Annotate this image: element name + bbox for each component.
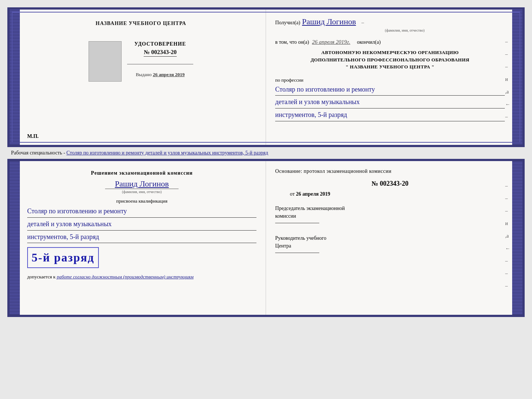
number-prefix-bottom: № <box>371 180 378 187</box>
dopuskaetsya-italic: работе согласно должностным (производств… <box>57 274 193 279</box>
ot-date-line: от 26 апреля 2019 <box>290 191 505 197</box>
po-professii: по профессии <box>275 77 505 83</box>
issued-prefix: Выдано <box>136 72 151 77</box>
predsedatel-signature <box>275 223 319 223</box>
qual-line2: деталей и узлов музыкальных <box>27 219 256 231</box>
dopuskaetsya-line: допускается к работе согласно должностны… <box>27 274 256 280</box>
bottom-certificate: Решением экзаменационной комиссии Рашид … <box>7 159 525 317</box>
between-text-underline: Столяр по изготовлению и ремонту деталей… <box>66 150 268 156</box>
dopuskaetsya-prefix: допускается к <box>27 274 55 279</box>
rukovoditel-text: Руководитель учебного Центра <box>275 234 505 253</box>
cert-doc-area: УДОСТОВЕРЕНИЕ № 002343-20 Выдано 26 апре… <box>89 41 193 82</box>
top-certificate: НАЗВАНИЕ УЧЕБНОГО ЦЕНТРА УДОСТОВЕРЕНИЕ №… <box>7 7 525 147</box>
binding-left-bottom <box>10 161 20 315</box>
okoncil-text: окончил(а) <box>357 39 381 45</box>
org-line2: ДОПОЛНИТЕЛЬНОГО ПРОФЕССИОНАЛЬНОГО ОБРАЗО… <box>275 56 505 64</box>
name-subtitle-bottom: (фамилия, имя, отчество) <box>122 190 162 194</box>
rukovoditel-line2: Центра <box>275 242 505 250</box>
highlight-box: 5-й разряд <box>27 247 99 268</box>
prof-line2-top: деталей и узлов музыкальных <box>275 97 505 108</box>
received-prefix: Получил(а) <box>275 20 300 26</box>
rukovoditel-signature <box>275 253 319 253</box>
qual-line1: Столяр по изготовлению и ремонту <box>27 206 256 218</box>
cert-left-panel: НАЗВАНИЕ УЧЕБНОГО ЦЕНТРА УДОСТОВЕРЕНИЕ №… <box>20 10 266 145</box>
ot-date-value: 26 апреля 2019 <box>296 191 330 197</box>
page-wrapper: НАЗВАНИЕ УЧЕБНОГО ЦЕНТРА УДОСТОВЕРЕНИЕ №… <box>7 7 525 317</box>
mp-label: М.П. <box>27 133 39 139</box>
cert-number-value: 002343-20 <box>151 49 176 55</box>
issued-date: 26 апреля 2019 <box>153 72 185 77</box>
number-prefix: № <box>144 49 150 55</box>
udostoverenie-label: УДОСТОВЕРЕНИЕ <box>134 41 186 47</box>
prof-line3-top: инструментов, 5-й разряд <box>275 110 505 121</box>
qual-line3: инструментов, 5-й разряд <box>27 232 256 243</box>
photo-placeholder <box>89 41 122 82</box>
right-dashes-bottom: – – – и ,а ← – – – <box>505 183 510 289</box>
profession-block-bottom: Столяр по изготовлению и ремонту деталей… <box>27 206 256 243</box>
org-block-top: АВТОНОМНУЮ НЕКОММЕРЧЕСКУЮ ОРГАНИЗАЦИЮ ДО… <box>275 49 505 71</box>
recipient-block-bottom: Рашид Логинов (фамилия, имя, отчество) <box>27 179 256 194</box>
big-blue-text: 5-й разряд <box>32 251 94 264</box>
binding-right-top <box>512 10 522 145</box>
org-name-quoted: " НАЗВАНИЕ УЧЕБНОГО ЦЕНТРА " <box>275 63 505 71</box>
in-that-prefix: в том, что он(а) <box>275 39 309 45</box>
cert-number: № 002343-20 <box>144 49 176 57</box>
org-line1: АВТОНОМНУЮ НЕКОММЕРЧЕСКУЮ ОРГАНИЗАЦИЮ <box>275 49 505 56</box>
osnovaniye-text: Основание: протокол экзаменационной коми… <box>275 168 505 174</box>
issued-line: Выдано 26 апреля 2019 <box>136 72 184 78</box>
recipient-name-bottom: Рашид Логинов <box>115 179 169 189</box>
binding-left <box>10 10 20 145</box>
in-that-line: в том, что он(а) 26 апреля 2019г. окончи… <box>275 39 505 45</box>
name-subtitle-top: (фамилия, имя, отчество) <box>305 28 505 32</box>
between-section: Рабочая специальность - Столяр по изгото… <box>7 147 525 159</box>
predsedatel-line2: комиссии <box>275 212 505 220</box>
received-line: Получил(а) Рашид Логинов – <box>275 17 505 26</box>
protocol-number-value: 002343-20 <box>380 180 409 187</box>
right-dashes-top: – – – и ,а ← – <box>505 39 510 120</box>
profession-block-top: Столяр по изготовлению и ремонту деталей… <box>275 84 505 122</box>
protocol-number: № 002343-20 <box>275 180 505 188</box>
rukovoditel-line1: Руководитель учебного <box>275 234 505 242</box>
between-text-plain: Рабочая специальность - <box>11 150 66 156</box>
prof-line1-top: Столяр по изготовлению и ремонту <box>275 84 505 96</box>
date-handwritten: 26 апреля 2019г. <box>312 39 350 45</box>
cert-right-panel: Получил(а) Рашид Логинов – (фамилия, имя… <box>266 10 512 145</box>
ot-prefix: от <box>290 191 295 197</box>
cert-bottom-left: Решением экзаменационной комиссии Рашид … <box>20 161 266 315</box>
org-name-top: НАЗВАНИЕ УЧЕБНОГО ЦЕНТРА <box>96 21 186 26</box>
predsedatel-text: Председатель экзаменационной комиссии <box>275 204 505 223</box>
recipient-name-top: Рашид Логинов <box>302 17 356 26</box>
cert-bottom-right: Основание: протокол экзаменационной коми… <box>266 161 512 315</box>
cert-doc-info: УДОСТОВЕРЕНИЕ № 002343-20 Выдано 26 апре… <box>127 41 193 78</box>
binding-right-bottom <box>512 161 522 315</box>
assigned-qual: присвоена квалификация <box>27 198 256 204</box>
resheniyem-text: Решением экзаменационной комиссии <box>27 170 256 176</box>
predsedatel-line1: Председатель экзаменационной <box>275 204 505 212</box>
